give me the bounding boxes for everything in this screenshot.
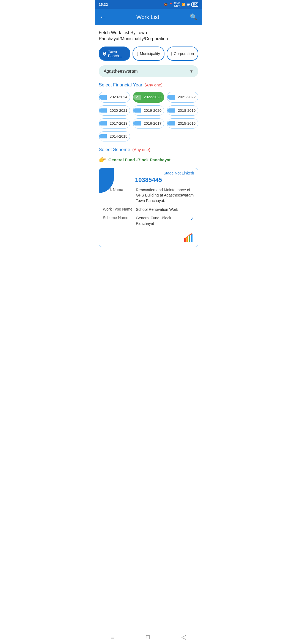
year-btn-2017-2018[interactable]: 2017-2018	[99, 118, 130, 129]
radio-dot-town	[103, 52, 106, 56]
wifi-icon: 📶	[182, 3, 186, 6]
work-type-value: School Renovation Work	[136, 207, 194, 212]
radio-label-town: Town Panch...	[108, 49, 126, 58]
year-label-2022-2023: 2022-2023	[142, 95, 164, 99]
financial-year-subtitle: (Any one)	[145, 83, 163, 87]
location-dropdown[interactable]: Agastheeswaram ▼	[99, 65, 198, 77]
year-btn-2022-2023[interactable]: ✓ 2022-2023	[133, 92, 164, 103]
year-label-2015-2016: 2015-2016	[177, 121, 198, 125]
sim-icon: 🖳	[187, 3, 190, 6]
battery-indicator: 100	[191, 2, 198, 7]
scheme-name-text: General Fund -Block Panchayat	[136, 215, 188, 226]
year-label-2020-2021: 2020-2021	[108, 108, 130, 113]
app-bar-title: Work List	[136, 14, 159, 20]
radio-dot-municipality	[137, 52, 138, 56]
year-tab-2023-2024	[99, 95, 107, 100]
financial-year-header: Select Financial Year (Any one)	[99, 82, 198, 88]
work-row-type: Work Type Name School Renovation Work	[103, 207, 194, 212]
year-btn-2021-2022[interactable]: 2021-2022	[167, 92, 198, 103]
svg-point-5	[187, 236, 188, 237]
year-label-2019-2020: 2019-2020	[142, 108, 164, 113]
scheme-name-label: Scheme Name	[103, 215, 133, 226]
scheme-name-value: General Fund -Block Panchayat ✓	[136, 215, 194, 226]
work-card: Stage Not Linked! 10385445 Work Name Ren…	[99, 168, 198, 247]
year-label-2021-2022: 2021-2022	[177, 95, 198, 99]
scheme-section: Select Scheme (Any one) 👉 General Fund -…	[99, 147, 198, 163]
page-description: Fetch Work List By Town Panchayat/Munici…	[99, 30, 198, 42]
year-label-2018-2019: 2018-2019	[177, 108, 198, 113]
scheme-chevron-down-icon[interactable]: ✓	[190, 215, 194, 222]
year-label-2014-2015: 2014-2015	[108, 134, 130, 138]
mute-icon: 🔕	[164, 3, 168, 6]
year-tab-2021-2022	[167, 95, 175, 100]
scheme-subtitle: (Any one)	[132, 147, 150, 152]
work-name-value: Renovation and Maintenance of GPS Buildi…	[136, 187, 194, 204]
stage-not-linked-link[interactable]: Stage Not Linked!	[164, 171, 194, 175]
year-btn-2014-2015[interactable]: 2014-2015	[99, 131, 130, 141]
year-grid: 2023-2024 ✓ 2022-2023 2021-2022 2020-202…	[99, 92, 198, 141]
speed-indicator: 0.00KB/S	[174, 1, 181, 7]
svg-point-4	[185, 238, 186, 239]
year-tab-2018-2019	[167, 108, 175, 113]
year-label-2017-2018: 2017-2018	[108, 121, 130, 125]
work-card-header: Stage Not Linked!	[99, 168, 198, 175]
dropdown-arrow-icon: ▼	[189, 69, 193, 73]
chart-icon[interactable]	[184, 233, 194, 244]
status-bar: 15:32 🔕 📍 0.00KB/S 📶 🖳 100	[95, 0, 202, 9]
year-btn-2019-2020[interactable]: 2019-2020	[133, 105, 164, 116]
svg-rect-2	[189, 235, 190, 242]
app-bar: ← Work List 🔍	[95, 9, 202, 25]
scheme-label: General Fund -Block Panchayat	[108, 157, 170, 162]
scheme-item[interactable]: 👉 General Fund -Block Panchayat	[99, 156, 198, 163]
svg-rect-3	[191, 234, 193, 242]
year-btn-2020-2021[interactable]: 2020-2021	[99, 105, 130, 116]
filter-radio-group: Town Panch... Municipality Corporation	[99, 47, 198, 61]
year-tab-2019-2020	[133, 108, 141, 113]
work-row-name: Work Name Renovation and Maintenance of …	[103, 187, 194, 204]
year-label-2023-2024: 2023-2024	[108, 95, 130, 99]
year-tab-2017-2018	[99, 121, 107, 125]
year-tab-2020-2021	[99, 108, 107, 113]
year-tab-2016-2017	[133, 121, 141, 125]
radio-corporation[interactable]: Corporation	[167, 47, 198, 61]
search-button[interactable]: 🔍	[190, 13, 197, 21]
work-card-footer	[99, 233, 198, 247]
work-type-label: Work Type Name	[103, 207, 133, 212]
svg-point-7	[191, 233, 192, 234]
back-button[interactable]: ←	[100, 13, 106, 21]
scheme-header: Select Scheme (Any one)	[99, 147, 198, 152]
year-tab-2015-2016	[167, 121, 175, 125]
work-details: Work Name Renovation and Maintenance of …	[99, 187, 198, 234]
svg-point-6	[189, 234, 190, 236]
year-tab-2014-2015	[99, 134, 107, 138]
status-time: 15:32	[99, 2, 108, 7]
dropdown-value: Agastheeswaram	[104, 69, 138, 74]
radio-label-corporation: Corporation	[174, 51, 194, 56]
main-content: Fetch Work List By Town Panchayat/Munici…	[95, 25, 202, 256]
radio-dot-corporation	[171, 52, 172, 56]
radio-town-panchayat[interactable]: Town Panch...	[99, 47, 130, 61]
status-icons: 🔕 📍 0.00KB/S 📶 🖳 100	[164, 1, 198, 7]
year-btn-2023-2024[interactable]: 2023-2024	[99, 92, 130, 103]
work-row-scheme: Scheme Name General Fund -Block Panchaya…	[103, 215, 194, 226]
financial-year-title: Select Financial Year	[99, 82, 142, 88]
radio-label-municipality: Municipality	[140, 51, 160, 56]
year-label-2016-2017: 2016-2017	[142, 121, 164, 125]
location-icon: 📍	[169, 3, 173, 6]
year-btn-2018-2019[interactable]: 2018-2019	[167, 105, 198, 116]
work-id: 10385445	[99, 175, 198, 187]
checkmark-icon: ✓	[135, 95, 139, 100]
year-btn-2015-2016[interactable]: 2015-2016	[167, 118, 198, 129]
year-btn-2016-2017[interactable]: 2016-2017	[133, 118, 164, 129]
scheme-title: Select Scheme	[99, 147, 130, 152]
radio-municipality[interactable]: Municipality	[133, 47, 164, 61]
scheme-pointing-icon: 👉	[99, 156, 106, 163]
year-tab-2022-2023: ✓	[133, 95, 141, 100]
